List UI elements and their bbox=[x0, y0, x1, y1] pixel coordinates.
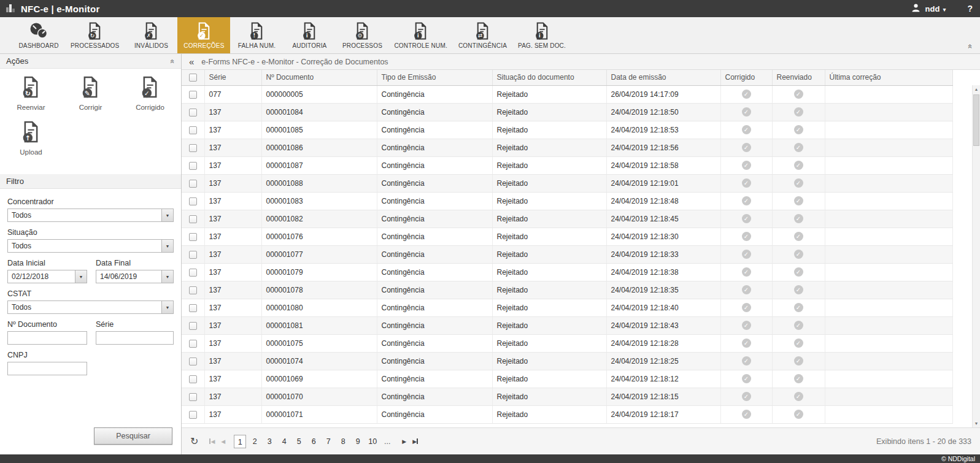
column-header[interactable]: Reenviado bbox=[772, 70, 825, 85]
row-checkbox[interactable] bbox=[189, 251, 197, 259]
ribbon-tab-falha-num[interactable]: !FALHA NUM. bbox=[230, 17, 283, 53]
column-header[interactable]: Data de emissão bbox=[606, 70, 720, 85]
refresh-icon[interactable]: ↻ bbox=[190, 435, 198, 447]
row-checkbox[interactable] bbox=[189, 109, 197, 117]
page-button-1[interactable]: 1 bbox=[234, 435, 246, 448]
page-button-10[interactable]: 10 bbox=[366, 435, 379, 448]
ribbon-tab-contingencia[interactable]: ⇄CONTINGÊNCIA bbox=[453, 17, 512, 53]
document-row[interactable]: 137000001081ContingênciaRejeitado24/04/2… bbox=[182, 316, 952, 334]
document-row[interactable]: 137000001078ContingênciaRejeitado24/04/2… bbox=[182, 281, 952, 299]
scrollbar-thumb[interactable] bbox=[973, 94, 979, 146]
collapse-sidebar-icon[interactable]: « bbox=[189, 57, 194, 66]
page-button-3[interactable]: 3 bbox=[263, 435, 276, 448]
row-checkbox[interactable] bbox=[189, 126, 197, 134]
action-corrigir-button[interactable]: ✎Corrigir bbox=[61, 76, 120, 111]
prev-page-button[interactable]: ◀ bbox=[221, 438, 225, 445]
document-row[interactable]: 137000001077ContingênciaRejeitado24/04/2… bbox=[182, 245, 952, 263]
search-button[interactable]: Pesquisar bbox=[94, 427, 172, 445]
row-checkbox[interactable] bbox=[189, 144, 197, 152]
column-header[interactable]: Situação do documento bbox=[492, 70, 606, 85]
row-checkbox[interactable] bbox=[189, 162, 197, 170]
row-checkbox[interactable] bbox=[189, 269, 197, 277]
cell-serie: 137 bbox=[204, 405, 261, 423]
concentrador-select[interactable]: Todos ▼ bbox=[7, 209, 174, 222]
user-menu[interactable]: ndd ▾ bbox=[925, 4, 946, 13]
document-row[interactable]: 137000001075ContingênciaRejeitado24/04/2… bbox=[182, 334, 952, 352]
corrigido-status-icon: ✓ bbox=[742, 392, 751, 401]
serie-input[interactable] bbox=[96, 331, 174, 345]
select-all-checkbox[interactable] bbox=[189, 74, 197, 82]
document-row[interactable]: 137000001070ContingênciaRejeitado24/04/2… bbox=[182, 388, 952, 405]
document-row[interactable]: 137000001069ContingênciaRejeitado24/04/2… bbox=[182, 370, 952, 388]
ribbon-tab-pag-sem-doc[interactable]: iPAG. SEM DOC. bbox=[512, 17, 571, 53]
document-row[interactable]: 137000001076ContingênciaRejeitado24/04/2… bbox=[182, 228, 952, 245]
collapse-actions-icon[interactable]: « bbox=[169, 59, 177, 63]
document-row[interactable]: 137000001085ContingênciaRejeitado24/04/2… bbox=[182, 121, 952, 139]
column-header[interactable]: Série bbox=[204, 70, 261, 85]
cstat-select[interactable]: Todos ▼ bbox=[7, 300, 174, 314]
vertical-scrollbar[interactable]: ▲ ▼ bbox=[972, 85, 980, 427]
row-checkbox[interactable] bbox=[189, 304, 197, 312]
last-page-button[interactable]: ▶ bbox=[412, 438, 418, 445]
row-checkbox[interactable] bbox=[189, 197, 197, 205]
document-row[interactable]: 137000001086ContingênciaRejeitado24/04/2… bbox=[182, 139, 952, 156]
scroll-up-icon[interactable]: ▲ bbox=[973, 85, 980, 93]
row-checkbox[interactable] bbox=[189, 180, 197, 188]
ribbon-tab-processos[interactable]: ⚙PROCESSOS bbox=[336, 17, 388, 53]
action-reenviar-button[interactable]: ↻Reenviar bbox=[1, 76, 61, 111]
ribbon-tab-dashboard[interactable]: DASHBOARD bbox=[12, 17, 65, 53]
row-checkbox[interactable] bbox=[189, 215, 197, 223]
num-documento-input[interactable] bbox=[7, 331, 87, 345]
row-checkbox[interactable] bbox=[189, 358, 197, 365]
ribbon-tab-controle-num[interactable]: iCONTROLE NUM. bbox=[388, 17, 453, 53]
ribbon-tab-invalidos[interactable]: ✗INVÁLIDOS bbox=[125, 17, 177, 53]
situacao-select[interactable]: Todos ▼ bbox=[7, 239, 174, 253]
page-button-8[interactable]: 8 bbox=[337, 435, 349, 448]
doc-info-icon: i bbox=[302, 21, 317, 40]
cnpj-input[interactable] bbox=[7, 362, 87, 375]
document-row[interactable]: 137000001071ContingênciaRejeitado24/04/2… bbox=[182, 405, 952, 423]
document-row[interactable]: 137000001080ContingênciaRejeitado24/04/2… bbox=[182, 299, 952, 316]
ribbon-tab-processados[interactable]: ↻PROCESSADOS bbox=[65, 17, 125, 53]
row-checkbox[interactable] bbox=[189, 91, 197, 99]
row-checkbox[interactable] bbox=[189, 411, 197, 419]
page-button-7[interactable]: 7 bbox=[322, 435, 334, 448]
action-corrigido-button[interactable]: ✓Corrigido bbox=[120, 76, 180, 111]
row-checkbox[interactable] bbox=[189, 286, 197, 294]
cell-serie: 137 bbox=[204, 263, 261, 281]
row-checkbox[interactable] bbox=[189, 322, 197, 330]
data-final-picker[interactable]: 14/06/2019 ▼ bbox=[96, 270, 174, 283]
page-button-9[interactable]: 9 bbox=[352, 435, 364, 448]
column-header[interactable]: Nº Documento bbox=[261, 70, 377, 85]
action-upload-button[interactable]: ↑Upload bbox=[1, 121, 61, 156]
column-header[interactable]: Corrigido bbox=[720, 70, 772, 85]
data-inicial-picker[interactable]: 02/12/2018 ▼ bbox=[7, 270, 87, 283]
collapse-ribbon-icon[interactable]: « bbox=[966, 44, 975, 48]
document-row[interactable]: 077000000005ContingênciaRejeitado26/04/2… bbox=[182, 85, 952, 103]
page-button-6[interactable]: 6 bbox=[307, 435, 320, 448]
first-page-button[interactable]: ◀ bbox=[209, 438, 215, 445]
document-row[interactable]: 137000001088ContingênciaRejeitado24/04/2… bbox=[182, 174, 952, 192]
document-row[interactable]: 137000001084ContingênciaRejeitado24/04/2… bbox=[182, 103, 952, 121]
ribbon-tab-label: FALHA NUM. bbox=[238, 42, 276, 49]
row-checkbox[interactable] bbox=[189, 375, 197, 383]
cell-data-emissao: 24/04/2019 12:18:50 bbox=[606, 103, 720, 121]
row-checkbox[interactable] bbox=[189, 340, 197, 348]
page-button-5[interactable]: 5 bbox=[293, 435, 305, 448]
help-button[interactable]: ? bbox=[967, 4, 973, 13]
document-row[interactable]: 137000001082ContingênciaRejeitado24/04/2… bbox=[182, 210, 952, 228]
ribbon-tab-correcoes[interactable]: ✓CORREÇÕES bbox=[177, 17, 230, 53]
row-checkbox[interactable] bbox=[189, 393, 197, 401]
column-header[interactable]: Tipo de Emissão bbox=[377, 70, 492, 85]
document-row[interactable]: 137000001074ContingênciaRejeitado24/04/2… bbox=[182, 352, 952, 370]
row-checkbox[interactable] bbox=[189, 233, 197, 241]
page-button-4[interactable]: 4 bbox=[278, 435, 290, 448]
page-button-2[interactable]: 2 bbox=[249, 435, 261, 448]
document-row[interactable]: 137000001079ContingênciaRejeitado24/04/2… bbox=[182, 263, 952, 281]
document-row[interactable]: 137000001087ContingênciaRejeitado24/04/2… bbox=[182, 156, 952, 174]
column-header[interactable]: Última correção bbox=[825, 70, 952, 85]
scroll-down-icon[interactable]: ▼ bbox=[973, 419, 980, 427]
ribbon-tab-auditoria[interactable]: iAUDITORIA bbox=[283, 17, 336, 53]
document-row[interactable]: 137000001083ContingênciaRejeitado24/04/2… bbox=[182, 192, 952, 210]
next-page-button[interactable]: ▶ bbox=[402, 438, 406, 445]
